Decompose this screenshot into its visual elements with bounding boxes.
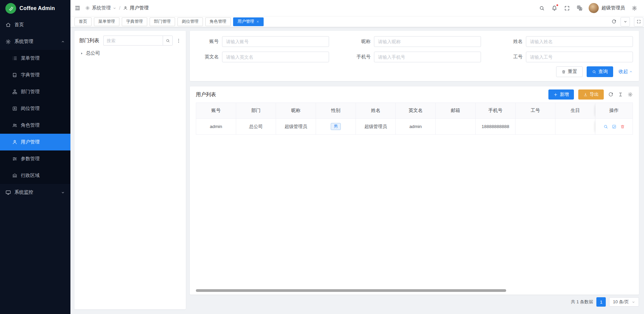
settings-gear-icon[interactable] bbox=[632, 5, 637, 11]
tab-menu-mgmt[interactable]: 菜单管理 bbox=[94, 17, 119, 26]
dept-search-input[interactable] bbox=[103, 36, 163, 46]
filter-field-english-name: 英文名 bbox=[196, 52, 329, 62]
sidebar-item-label: 字典管理 bbox=[21, 72, 40, 78]
table-header-row: 账号 部门 昵称 性别 姓名 英文名 邮箱 手机号 工号 生日 操作 bbox=[196, 103, 633, 119]
coffee-logo-icon bbox=[5, 3, 16, 14]
delete-icon[interactable] bbox=[620, 124, 625, 129]
page-size-select[interactable]: 10 条/页 bbox=[609, 297, 639, 307]
tree-node-label: 总公司 bbox=[86, 50, 100, 56]
tree-node-company[interactable]: 总公司 bbox=[79, 50, 181, 56]
cell-actions bbox=[595, 119, 633, 135]
sidebar-item-label: 系统管理 bbox=[14, 39, 33, 45]
column-height-icon[interactable] bbox=[618, 92, 623, 97]
query-button[interactable]: 查询 bbox=[587, 66, 613, 77]
tab-label: 岗位管理 bbox=[182, 19, 199, 24]
cell-account: admin bbox=[196, 119, 236, 135]
search-icon[interactable] bbox=[539, 5, 545, 11]
breadcrumb-user-mgmt[interactable]: 用户管理 bbox=[123, 5, 149, 11]
tab-post-mgmt[interactable]: 岗位管理 bbox=[177, 17, 203, 26]
cell-email bbox=[436, 119, 476, 135]
app-title: Coffee Admin bbox=[19, 5, 55, 11]
export-icon bbox=[583, 92, 588, 97]
dept-panel: 部门列表 总公司 bbox=[74, 31, 186, 309]
breadcrumb-label: 系统管理 bbox=[92, 5, 111, 11]
cell-birthday bbox=[555, 119, 595, 135]
sidebar-item-user-mgmt[interactable]: 用户管理 bbox=[0, 134, 70, 150]
sidebar-item-system-monitor[interactable]: 系统监控 bbox=[0, 184, 70, 201]
name-input[interactable] bbox=[526, 36, 633, 47]
tab-dept-mgmt[interactable]: 部门管理 bbox=[150, 17, 175, 26]
tab-controls bbox=[611, 17, 644, 26]
avatar[interactable] bbox=[589, 3, 599, 13]
sidebar-item-param-mgmt[interactable]: 参数管理 bbox=[0, 150, 70, 167]
dept-panel-title: 部门列表 bbox=[79, 38, 99, 44]
sidebar-item-dict-mgmt[interactable]: 字典管理 bbox=[0, 67, 70, 83]
user-icon bbox=[123, 6, 128, 10]
dept-search-button[interactable] bbox=[163, 36, 173, 46]
refresh-icon[interactable] bbox=[611, 19, 616, 24]
cell-english-name: admin bbox=[396, 119, 436, 135]
sidebar-item-dept-mgmt[interactable]: 部门管理 bbox=[0, 83, 70, 100]
filter-label-work-id: 工号 bbox=[500, 54, 523, 60]
tab-label: 首页 bbox=[79, 19, 87, 24]
tabbar: 首页 菜单管理 字典管理 部门管理 岗位管理 角色管理 用户管理 bbox=[70, 16, 644, 27]
table-settings-icon[interactable] bbox=[628, 92, 633, 97]
content: 部门列表 总公司 账号 bbox=[70, 27, 644, 314]
notification-bell-icon[interactable] bbox=[551, 5, 557, 11]
column-header-birthday: 生日 bbox=[555, 103, 595, 119]
breadcrumb-separator: / bbox=[119, 5, 120, 11]
content-fullscreen-icon[interactable] bbox=[634, 17, 643, 26]
sidebar-item-admin-region[interactable]: 行政区域 bbox=[0, 167, 70, 184]
column-header-work-id: 工号 bbox=[516, 103, 555, 119]
page-1-button[interactable]: 1 bbox=[596, 297, 606, 307]
add-user-button[interactable]: 新增 bbox=[548, 89, 574, 100]
translate-icon[interactable] bbox=[577, 5, 583, 11]
cell-name: 超级管理员 bbox=[356, 119, 396, 135]
nickname-input[interactable] bbox=[374, 36, 481, 47]
sidebar-item-label: 系统监控 bbox=[14, 189, 33, 195]
reset-button[interactable]: 重置 bbox=[556, 66, 583, 77]
sidebar-item-label: 角色管理 bbox=[21, 122, 40, 128]
close-icon[interactable] bbox=[256, 20, 259, 23]
chevron-up-icon bbox=[61, 40, 65, 44]
app-logo[interactable]: Coffee Admin bbox=[0, 0, 70, 16]
export-button[interactable]: 导出 bbox=[578, 89, 604, 100]
building-icon bbox=[12, 173, 17, 178]
export-button-label: 导出 bbox=[590, 91, 599, 98]
user-icon bbox=[12, 139, 17, 145]
account-input[interactable] bbox=[222, 36, 329, 47]
fullscreen-icon[interactable] bbox=[564, 5, 570, 11]
tab-home[interactable]: 首页 bbox=[74, 17, 92, 26]
sidebar-item-role-mgmt[interactable]: 角色管理 bbox=[0, 117, 70, 134]
breadcrumb-system-mgmt[interactable]: 系统管理 bbox=[85, 5, 116, 11]
english-name-input[interactable] bbox=[222, 52, 329, 62]
cell-work-id bbox=[516, 119, 555, 135]
collapse-link[interactable]: 收起 bbox=[619, 69, 633, 75]
gear-icon bbox=[85, 6, 90, 10]
sidebar-item-home[interactable]: 首页 bbox=[0, 16, 70, 33]
sidebar-item-menu-mgmt[interactable]: 菜单管理 bbox=[0, 50, 70, 67]
horizontal-scrollbar[interactable] bbox=[196, 289, 506, 292]
sidebar-item-system-mgmt[interactable]: 系统管理 bbox=[0, 33, 70, 50]
gear-icon bbox=[5, 39, 11, 45]
tab-actions-dropdown[interactable] bbox=[621, 17, 630, 26]
tab-role-mgmt[interactable]: 角色管理 bbox=[205, 17, 231, 26]
chevron-up-icon bbox=[629, 70, 633, 74]
chevron-down-icon bbox=[113, 6, 116, 10]
current-user-name[interactable]: 超级管理员 bbox=[601, 5, 625, 11]
sidebar-item-post-mgmt[interactable]: 岗位管理 bbox=[0, 100, 70, 117]
filter-field-work-id: 工号 bbox=[500, 52, 633, 62]
column-header-account: 账号 bbox=[196, 103, 236, 119]
chevron-down-icon bbox=[61, 190, 65, 195]
phone-input[interactable] bbox=[374, 52, 481, 62]
filter-field-nickname: 昵称 bbox=[348, 36, 481, 47]
tab-user-mgmt[interactable]: 用户管理 bbox=[233, 17, 264, 26]
tab-dict-mgmt[interactable]: 字典管理 bbox=[122, 17, 147, 26]
edit-icon[interactable] bbox=[612, 124, 616, 129]
menu-fold-icon[interactable] bbox=[74, 5, 80, 11]
refresh-icon[interactable] bbox=[608, 92, 613, 97]
work-id-input[interactable] bbox=[526, 52, 633, 62]
user-table: 账号 部门 昵称 性别 姓名 英文名 邮箱 手机号 工号 生日 操作 admin bbox=[196, 103, 633, 295]
more-options-icon[interactable] bbox=[176, 38, 181, 43]
view-icon[interactable] bbox=[603, 124, 608, 129]
